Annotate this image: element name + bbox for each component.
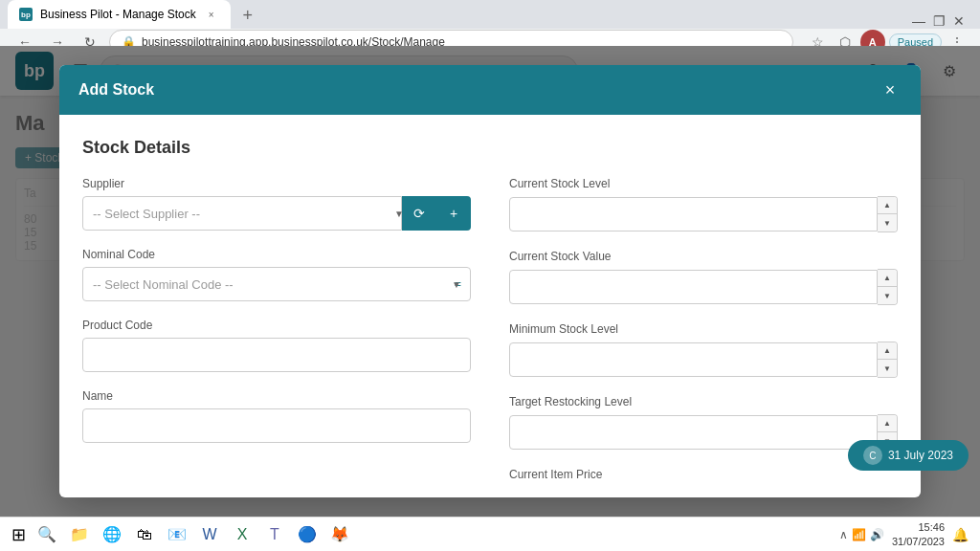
- target-restocking-up[interactable]: ▲: [878, 415, 897, 432]
- current-stock-value-group: Current Stock Value £0.00 ▲ ▼: [509, 250, 898, 305]
- taskbar-chevron-icon[interactable]: ∧: [839, 528, 848, 541]
- taskbar-outlook-icon[interactable]: 📧: [164, 521, 190, 548]
- supplier-select-wrapper: -- Select Supplier -- ▼ ⟳ +: [82, 196, 471, 231]
- modal-title: Add Stock: [78, 81, 154, 99]
- minimum-stock-level-label: Minimum Stock Level: [509, 322, 898, 336]
- name-input[interactable]: [82, 408, 471, 443]
- date-badge-icon: C: [863, 446, 882, 465]
- current-stock-level-group: Current Stock Level 0 ▲ ▼: [509, 177, 898, 232]
- windows-icon: ⊞: [11, 525, 26, 544]
- current-stock-level-wrapper: 0 ▲ ▼: [509, 196, 898, 232]
- date-badge: C 31 July 2023: [848, 440, 969, 471]
- nominal-code-group: Nominal Code -- Select Nominal Code -- =: [82, 248, 471, 301]
- tab-favicon: bp: [19, 8, 33, 21]
- supplier-refresh-button[interactable]: ⟳: [402, 196, 436, 231]
- target-restocking-input[interactable]: 0: [509, 415, 878, 450]
- current-item-price-group: Current Item Price: [509, 468, 898, 481]
- modal-body: Stock Details Supplier -- Select Supplie…: [59, 115, 921, 497]
- app-background: bp ☰ 🔍 Type to search... ? 👤 ⚙ Ma + Stoc…: [0, 46, 980, 517]
- active-tab[interactable]: bp Business Pilot - Manage Stock ×: [8, 0, 231, 29]
- supplier-add-button[interactable]: +: [436, 196, 471, 231]
- browser-chrome: bp Business Pilot - Manage Stock × + — ❐…: [0, 0, 980, 46]
- product-code-group: Product Code: [82, 319, 471, 372]
- taskbar-word-icon[interactable]: W: [196, 521, 223, 548]
- name-group: Name: [82, 389, 471, 443]
- product-code-label: Product Code: [82, 319, 471, 332]
- taskbar-firefox-icon[interactable]: 🦊: [326, 521, 353, 548]
- restore-button[interactable]: ❐: [933, 13, 946, 29]
- taskbar-excel-icon[interactable]: X: [229, 521, 256, 548]
- start-button[interactable]: ⊞: [11, 524, 26, 545]
- taskbar-time[interactable]: 15:46 31/07/2023: [892, 520, 945, 548]
- minimum-stock-level-group: Minimum Stock Level 0 ▲ ▼: [509, 322, 898, 378]
- new-tab-button[interactable]: +: [234, 2, 261, 29]
- tab-title: Business Pilot - Manage Stock: [40, 8, 196, 21]
- close-window-button[interactable]: ✕: [953, 13, 965, 29]
- taskbar-files-icon[interactable]: 📁: [66, 521, 93, 548]
- supplier-group: Supplier -- Select Supplier -- ▼ ⟳ +: [82, 177, 471, 231]
- current-item-price-label: Current Item Price: [509, 468, 898, 481]
- tab-close-button[interactable]: ×: [204, 7, 219, 22]
- current-stock-level-down[interactable]: ▼: [878, 214, 897, 231]
- taskbar-volume-icon[interactable]: 🔊: [870, 528, 884, 541]
- current-stock-value-label: Current Stock Value: [509, 250, 898, 263]
- taskbar-right: ∧ 📶 🔊 15:46 31/07/2023 🔔: [839, 520, 969, 548]
- current-stock-level-label: Current Stock Level: [509, 177, 898, 190]
- name-label: Name: [82, 389, 471, 403]
- right-column: Current Stock Level 0 ▲ ▼ Curr: [509, 177, 898, 497]
- taskbar-edge-icon[interactable]: 🌐: [99, 521, 125, 548]
- current-stock-level-spinners: ▲ ▼: [878, 196, 898, 232]
- taskbar: ⊞ 🔍 📁 🌐 🛍 📧 W X T 🔵 🦊 ∧ 📶 🔊 15:46 31/07/…: [0, 517, 980, 551]
- minimize-button[interactable]: —: [912, 13, 925, 29]
- supplier-select[interactable]: -- Select Supplier --: [82, 196, 402, 231]
- section-title: Stock Details: [82, 138, 898, 158]
- date-badge-text: 31 July 2023: [888, 449, 953, 462]
- taskbar-network-icon[interactable]: 📶: [852, 528, 866, 541]
- current-stock-level-up[interactable]: ▲: [878, 197, 897, 214]
- form-grid: Supplier -- Select Supplier -- ▼ ⟳ +: [82, 177, 898, 497]
- time-display: 15:46: [892, 520, 945, 534]
- nominal-code-select-wrapper: -- Select Nominal Code -- =: [82, 267, 471, 301]
- left-column: Supplier -- Select Supplier -- ▼ ⟳ +: [82, 177, 471, 497]
- add-stock-modal: Add Stock × Stock Details Supplier -- Se: [59, 65, 921, 497]
- date-display: 31/07/2023: [892, 535, 945, 548]
- notification-icon[interactable]: 🔔: [952, 527, 969, 542]
- minimum-stock-level-spinners: ▲ ▼: [878, 342, 898, 378]
- taskbar-store-icon[interactable]: 🛍: [131, 521, 158, 548]
- current-stock-value-wrapper: £0.00 ▲ ▼: [509, 269, 898, 305]
- taskbar-search-icon[interactable]: 🔍: [33, 521, 60, 548]
- product-code-input[interactable]: [82, 338, 471, 372]
- minimum-stock-level-down[interactable]: ▼: [878, 360, 897, 377]
- current-stock-value-spinners: ▲ ▼: [878, 269, 898, 305]
- current-stock-value-down[interactable]: ▼: [878, 287, 897, 304]
- tab-bar: bp Business Pilot - Manage Stock × + — ❐…: [0, 0, 980, 29]
- taskbar-icons: 🔍 📁 🌐 🛍 📧 W X T 🔵 🦊: [33, 521, 353, 548]
- nominal-code-label: Nominal Code: [82, 248, 471, 261]
- modal-header: Add Stock ×: [59, 65, 921, 115]
- taskbar-sys-icons: ∧ 📶 🔊: [839, 528, 884, 541]
- minimum-stock-level-input[interactable]: 0: [509, 342, 878, 377]
- minimum-stock-level-wrapper: 0 ▲ ▼: [509, 342, 898, 378]
- target-restocking-label: Target Restocking Level: [509, 395, 898, 408]
- current-stock-level-input[interactable]: 0: [509, 197, 878, 231]
- supplier-label: Supplier: [82, 177, 471, 190]
- target-restocking-group: Target Restocking Level 0 ▲ ▼: [509, 395, 898, 451]
- taskbar-chrome-icon[interactable]: 🔵: [294, 521, 321, 548]
- current-stock-value-input[interactable]: £0.00: [509, 270, 878, 304]
- minimum-stock-level-up[interactable]: ▲: [878, 342, 897, 360]
- current-stock-value-up[interactable]: ▲: [878, 270, 897, 287]
- modal-close-button[interactable]: ×: [879, 78, 902, 101]
- nominal-code-select[interactable]: -- Select Nominal Code --: [82, 267, 471, 301]
- target-restocking-wrapper: 0 ▲ ▼: [509, 414, 898, 451]
- taskbar-teams-icon[interactable]: T: [261, 521, 288, 548]
- modal-overlay: Add Stock × Stock Details Supplier -- Se: [0, 46, 980, 517]
